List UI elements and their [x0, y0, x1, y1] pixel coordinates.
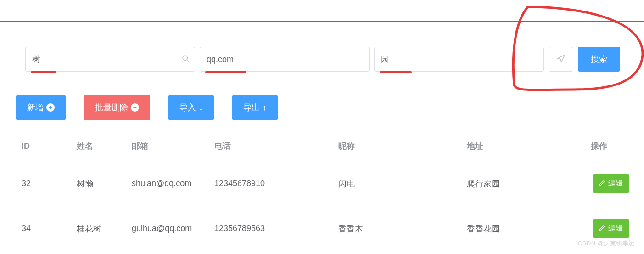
- search-button[interactable]: 搜索: [578, 47, 620, 72]
- search-button-label: 搜索: [591, 54, 607, 65]
- cell-email: guihua@qq.com: [126, 206, 209, 251]
- annotation-underline: [205, 71, 246, 73]
- cell-id: 32: [16, 161, 71, 206]
- header-address: 地址: [461, 131, 585, 161]
- toolbar: 新增 + 批量删除 – 导入 ↓ 导出 ↑: [16, 95, 635, 120]
- import-button-label: 导入: [179, 102, 196, 113]
- table-header-row: ID 姓名 邮箱 电话 昵称 地址 操作: [16, 131, 635, 161]
- header-email: 邮箱: [126, 131, 209, 161]
- export-button[interactable]: 导出 ↑: [232, 95, 278, 120]
- annotation-underline: [380, 71, 412, 73]
- address-input[interactable]: [374, 47, 544, 72]
- cell-email: shulan@qq.com: [126, 161, 209, 206]
- cell-nickname: 闪电: [333, 161, 461, 206]
- header-id: ID: [16, 131, 71, 161]
- cell-phone: 12345678910: [209, 161, 333, 206]
- edit-icon: [599, 225, 605, 233]
- cell-nickname: 香香木: [333, 206, 461, 251]
- svg-marker-2: [558, 55, 565, 62]
- batch-delete-label: 批量删除: [95, 102, 128, 113]
- arrow-down-icon: ↓: [199, 103, 203, 113]
- cell-id: 34: [16, 206, 71, 251]
- add-button-label: 新增: [27, 102, 44, 113]
- name-input[interactable]: [25, 47, 195, 72]
- header-op: 操作: [585, 131, 635, 161]
- cell-name: 树懒: [71, 161, 126, 206]
- edit-button[interactable]: 编辑: [593, 174, 629, 193]
- add-button[interactable]: 新增 +: [16, 95, 66, 120]
- table-row: 34 桂花树 guihua@qq.com 12356789563 香香木 香香花…: [16, 206, 635, 251]
- locate-button[interactable]: [549, 47, 573, 72]
- plus-icon: +: [46, 103, 55, 112]
- batch-delete-button[interactable]: 批量删除 –: [84, 95, 150, 120]
- cell-name: 桂花树: [71, 206, 126, 251]
- edit-button-label: 编辑: [608, 224, 623, 233]
- email-input[interactable]: [200, 47, 370, 72]
- watermark: CSDN @沃克臻幸运: [578, 239, 635, 248]
- cell-address: 爬行家园: [461, 161, 585, 206]
- export-button-label: 导出: [243, 102, 260, 113]
- edit-icon: [599, 180, 605, 188]
- table-row: 32 树懒 shulan@qq.com 12345678910 闪电 爬行家园 …: [16, 161, 635, 206]
- header-nickname: 昵称: [333, 131, 461, 161]
- data-table: ID 姓名 邮箱 电话 昵称 地址 操作 32 树懒 shulan@qq.com…: [16, 131, 635, 251]
- import-button[interactable]: 导入 ↓: [168, 95, 214, 120]
- edit-button-label: 编辑: [608, 179, 623, 188]
- cell-address: 香香花园: [461, 206, 585, 251]
- header-name: 姓名: [71, 131, 126, 161]
- cell-phone: 12356789563: [209, 206, 333, 251]
- header-phone: 电话: [209, 131, 333, 161]
- arrow-up-icon: ↑: [263, 103, 267, 113]
- edit-button[interactable]: 编辑: [593, 219, 629, 238]
- search-row: 搜索: [25, 47, 635, 72]
- navigate-icon: [556, 54, 566, 65]
- top-divider: [0, 21, 644, 22]
- annotation-underline: [31, 71, 56, 73]
- minus-icon: –: [131, 103, 139, 112]
